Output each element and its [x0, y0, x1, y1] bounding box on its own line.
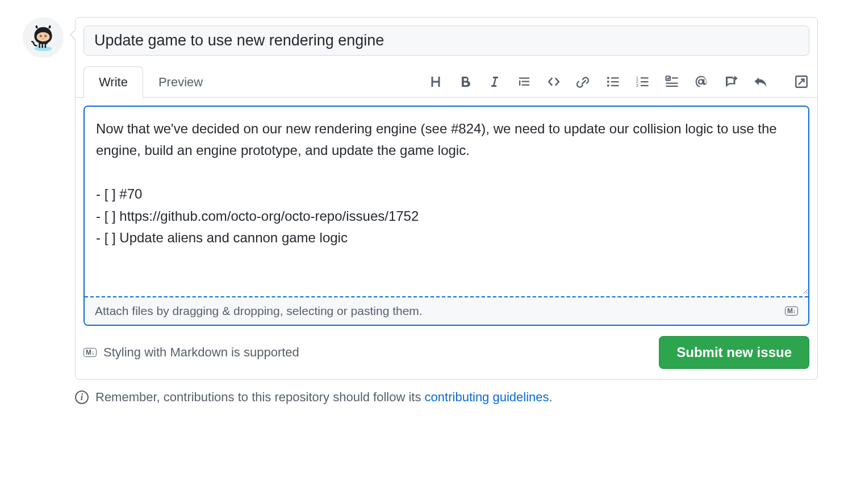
contrib-text-suffix: .	[549, 390, 553, 404]
task-list-icon[interactable]	[664, 74, 680, 90]
svg-text:3: 3	[636, 83, 638, 88]
code-icon[interactable]	[546, 74, 562, 90]
submit-button[interactable]: Submit new issue	[659, 336, 809, 369]
avatar[interactable]	[23, 17, 64, 58]
expand-icon[interactable]	[793, 74, 809, 90]
svg-point-4	[40, 35, 41, 36]
formatting-toolbar: 123	[428, 74, 809, 90]
markdown-hint: Styling with Markdown is supported	[103, 345, 299, 360]
issue-form: Write Preview	[75, 17, 818, 380]
ordered-list-icon[interactable]: 123	[634, 74, 650, 90]
title-input[interactable]	[83, 26, 809, 56]
reply-icon[interactable]	[753, 74, 768, 90]
attach-files-bar[interactable]: Attach files by dragging & dropping, sel…	[85, 296, 808, 325]
svg-point-1	[37, 32, 50, 42]
form-footer: M↓ Styling with Markdown is supported Su…	[76, 334, 817, 379]
contrib-text-prefix: Remember, contributions to this reposito…	[95, 390, 425, 404]
editor-tabs-row: Write Preview	[76, 66, 817, 98]
unordered-list-icon[interactable]	[605, 74, 621, 90]
svg-point-8	[607, 81, 609, 83]
markdown-badge-icon: M↓	[785, 306, 798, 316]
attach-hint-text: Attach files by dragging & dropping, sel…	[95, 304, 423, 318]
tab-write[interactable]: Write	[83, 66, 143, 98]
bold-icon[interactable]	[457, 74, 473, 90]
tab-preview[interactable]: Preview	[143, 66, 218, 98]
contributing-guidelines-link[interactable]: contributing guidelines	[425, 390, 549, 404]
mention-icon[interactable]	[693, 74, 709, 90]
svg-point-7	[607, 77, 609, 79]
heading-icon[interactable]	[428, 74, 444, 90]
contributing-note: i Remember, contributions to this reposi…	[75, 390, 821, 405]
cross-reference-icon[interactable]	[723, 74, 739, 90]
link-icon[interactable]	[575, 74, 591, 90]
markdown-badge-icon: M↓	[83, 348, 97, 357]
quote-icon[interactable]	[516, 74, 532, 90]
info-icon: i	[75, 390, 89, 404]
svg-point-5	[45, 35, 46, 36]
octocat-icon	[28, 23, 58, 52]
italic-icon[interactable]	[487, 74, 503, 90]
editor-container: Attach files by dragging & dropping, sel…	[83, 106, 809, 326]
svg-point-9	[607, 84, 609, 86]
svg-point-6	[43, 38, 44, 39]
body-textarea[interactable]	[85, 107, 808, 294]
